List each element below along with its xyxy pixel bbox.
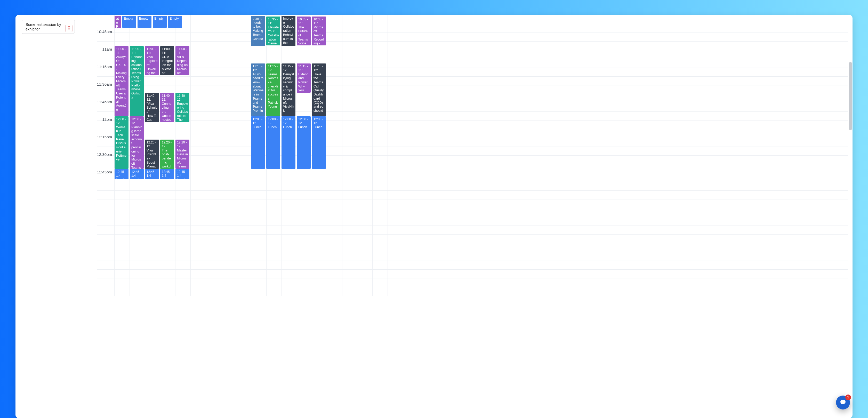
event-time: 11:00 - 11: [147, 47, 158, 55]
calendar-event[interactable]: 12:45 - 1:4Lunch [145, 169, 159, 179]
calendar-event[interactable]: Empty [153, 16, 167, 28]
time-label: 11am [16, 47, 114, 51]
event-time: 11:40 - 12: [177, 94, 188, 102]
event-time: 12:20 - 12 [177, 140, 188, 149]
time-label: 12:30pm [16, 152, 114, 157]
event-time: 11:15 - 12: [268, 65, 279, 72]
event-title: Teams Rooms - a checklist for success Pa… [268, 72, 279, 109]
event-title: Lunch [283, 125, 294, 130]
event-time: 12:45 - 1:4 [131, 170, 143, 178]
event-time: 12:20 - 12 [162, 140, 173, 149]
event-time: 10:35 - 11: [298, 18, 309, 26]
event-title: Viva Insights - Boost Manager Effective [147, 149, 158, 169]
time-label: 11:15am [16, 65, 114, 69]
event-title: Empty [124, 17, 135, 21]
calendar-event[interactable]: 11:00 - 11:Viva Explorers: Unveiling the [145, 46, 159, 75]
event-time: 12:00 - 12 [116, 118, 127, 125]
calendar-event[interactable]: 12:00 - 12Lunch [312, 116, 326, 169]
event-title: Improve Collaboration Behaviours in the [283, 17, 294, 45]
calendar-event[interactable]: 11:00 - 11:CRM Integration for Microsoft [160, 46, 174, 75]
calendar-event[interactable]: Improve Collaboration Behaviours in the [281, 16, 296, 46]
event-time: 11:40 - 12: [147, 94, 158, 102]
time-label: 12:15pm [16, 135, 114, 139]
chat-launcher[interactable]: 1 [836, 395, 850, 410]
event-time: 11:00 - 11: [131, 47, 143, 55]
calendar-event[interactable]: 12:00 - 12Lunch [297, 116, 311, 169]
calendar-event[interactable]: 12:00 - 12Women in Tech Panel Discussion… [115, 116, 128, 169]
calendar-event[interactable]: Empty [122, 16, 136, 28]
event-time: 12:45 - 1:4 [162, 170, 173, 178]
event-title: Empty [154, 17, 165, 21]
calendar-event[interactable]: 12:00 - 12Lunch [266, 116, 280, 169]
calendar-viewport[interactable]: ate RussellEmptyEmptyEmptyEmptythan it n… [16, 15, 852, 418]
calendar-event[interactable]: 11:00 - 11:Always On CX:EX - Making Ever… [115, 46, 128, 116]
calendar-event[interactable]: 11:15 - 12:Teams Rooms - a checklist for… [266, 63, 280, 116]
calendar-event[interactable]: 11:15 - 12:I love the Teams Call Quality… [312, 63, 326, 116]
event-time: 10:35 - 11: [268, 18, 279, 26]
delete-session-button[interactable] [65, 25, 72, 32]
event-time: 11:40 - 12: [162, 94, 173, 102]
event-title: The post-pandemic workpla [162, 149, 173, 169]
calendar-event[interactable]: 10:35 - 11:The Future of Teams Voice [297, 17, 311, 45]
event-title: Lunch [268, 125, 279, 130]
event-title: "Viva Schmiva" - How To Cut Through [147, 102, 158, 122]
calendar-event[interactable]: 12:45 - 1:4Lunch [115, 169, 128, 179]
event-title: Demystifying security & compliance in Mi… [283, 72, 294, 113]
event-title: Elevate Your Collaboration Game: [268, 26, 279, 46]
event-time: 11:00 - 11: [177, 47, 188, 55]
event-time: 11:00 - 11: [162, 47, 173, 55]
event-title: Always On CX:EX - Making Every Microsoft… [116, 55, 127, 112]
time-label: 12pm [16, 117, 114, 122]
calendar-event[interactable]: 11:00 - 11:Enhancing collaboration i Tea… [130, 46, 144, 116]
calendar-event[interactable]: Empty [168, 16, 182, 28]
calendar-event[interactable]: 11:15 - 11:Extend and Power: Why You Sho… [297, 63, 311, 93]
event-title: Lunch [162, 178, 173, 180]
event-title: Extend and Power: Why You Should [298, 72, 309, 93]
calendar-event[interactable]: 11:40 - 12:"Viva Schmiva" - How To Cut T… [145, 93, 159, 122]
calendar-event[interactable]: 12:45 - 1:4Lunch [130, 169, 144, 179]
calendar-event[interactable]: 12:45 - 1:4Lunch [160, 169, 174, 179]
calendar-event[interactable]: 11:15 - 12:All you need to know about We… [251, 63, 265, 116]
event-time: 12:45 - 1:4 [177, 170, 188, 178]
event-time: 12:00 - 12 [298, 118, 309, 125]
event-time: 11:15 - 12: [313, 65, 324, 72]
event-title: Lunch [131, 178, 143, 180]
event-title: Empty [169, 17, 181, 21]
calendar-event[interactable]: 10:35 - 11:Microsoft Teams Recording - F… [312, 17, 326, 45]
calendar-event[interactable]: 11:15 - 12:Demystifying security & compl… [281, 63, 296, 116]
calendar-event[interactable]: 11:40 - 12:Empowering Collaboration: The [176, 93, 189, 122]
calendar-event[interactable]: ate Russell [115, 16, 121, 28]
event-title: Empty [139, 17, 150, 21]
calendar-event[interactable]: 12:00 - 12Planning large scale account p… [130, 116, 144, 169]
event-title: Lunch [313, 125, 324, 130]
time-label: 11:30am [16, 82, 114, 87]
time-label: 11:45am [16, 100, 114, 104]
event-time: 12:00 - 12 [253, 118, 264, 125]
event-time: 12:00 - 12 [313, 118, 324, 125]
calendar-event[interactable]: 12:20 - 12Masterclass in Microsoft Teams… [176, 139, 189, 169]
calendar-event[interactable]: Empty [137, 16, 151, 28]
calendar-event[interactable]: 10:35 - 11:Elevate Your Collaboration Ga… [266, 17, 280, 45]
trash-icon [67, 26, 71, 31]
calendar-event[interactable]: 12:00 - 12Lunch [251, 116, 265, 169]
calendar-event[interactable]: than it needs to be: Making Teams Contac… [251, 16, 265, 46]
event-title: Lunch [147, 178, 158, 180]
event-title: Empowering Collaboration: The [177, 102, 188, 122]
event-title: Lunch [116, 178, 127, 180]
calendar-event[interactable]: 11:00 - 11:VIPs Depending on Microsoft T… [176, 46, 189, 75]
scrollbar-thumb[interactable] [849, 62, 852, 130]
calendar-event[interactable]: 12:00 - 12Lunch [281, 116, 296, 169]
calendar-card: ate RussellEmptyEmptyEmptyEmptythan it n… [16, 15, 852, 418]
event-time: 12:00 - 12 [283, 118, 294, 125]
event-title: Connecting the Unconnected: How [162, 102, 173, 122]
event-time: 12:00 - 12 [131, 118, 143, 125]
calendar-event[interactable]: 11:40 - 12:Connecting the Unconnected: H… [160, 93, 174, 122]
calendar-event[interactable]: 12:20 - 12The post-pandemic workpla [160, 139, 174, 169]
calendar-event[interactable]: 12:45 - 1:4Lunch [176, 169, 189, 179]
event-time: 11:15 - 12: [283, 65, 294, 72]
event-title: than it needs to be: Making Teams Contac… [253, 17, 264, 45]
chat-icon [840, 399, 846, 406]
event-title: Enhancing collaboration i Teams using Po… [131, 55, 143, 100]
event-time: 12:20 - 12 [147, 140, 158, 149]
calendar-event[interactable]: 12:20 - 12Viva Insights - Boost Manager … [145, 139, 159, 169]
